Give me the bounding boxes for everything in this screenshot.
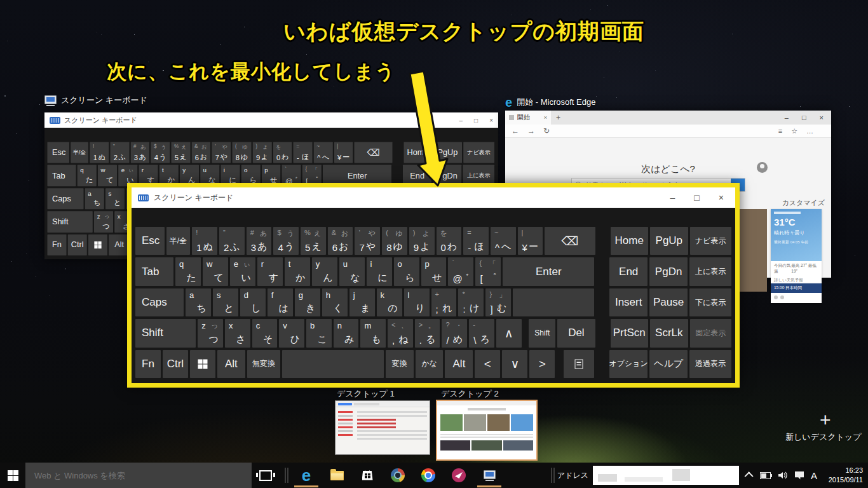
osk-window-front[interactable]: スクリーン キーボード – □ × Esc半/全!1ぬ”2ふ#あ3あ$う4う%え… (132, 187, 735, 383)
key-del[interactable]: Del (557, 319, 595, 347)
key-hankaku-zenkaku[interactable]: 半/全 (71, 142, 88, 163)
speaker-icon[interactable] (778, 471, 788, 480)
key-options[interactable]: オプション (609, 350, 648, 378)
key-shift-left[interactable]: Shift (135, 319, 196, 347)
key-p[interactable]: pせ (421, 257, 447, 285)
key-kana[interactable]: かな (416, 350, 444, 378)
key-ctrl[interactable]: Ctrl (68, 234, 87, 255)
key-shift-right[interactable]: Shift (529, 319, 555, 347)
taskbar-store-icon[interactable] (352, 463, 383, 488)
key-pause[interactable]: Pause (649, 288, 688, 316)
customize-link[interactable]: カスタマイズ (782, 198, 825, 208)
key-help[interactable]: ヘルプ (649, 350, 688, 378)
key-fn[interactable]: Fn (135, 350, 161, 378)
tab-close-icon[interactable]: × (544, 114, 547, 121)
key-hankaku-zenkaku[interactable]: 半/全 (166, 227, 191, 255)
edge-tab[interactable]: 開始 × (505, 111, 551, 125)
key-l[interactable]: lり (404, 288, 430, 316)
key-caps[interactable]: Caps (135, 288, 184, 316)
new-desktop-plus-icon[interactable]: + (820, 409, 831, 431)
close-button[interactable]: × (489, 117, 493, 124)
key-f[interactable]: fは (268, 288, 293, 316)
desktop2-label[interactable]: デスクトップ 2 (441, 388, 499, 400)
key-arrow-up[interactable]: ∧ (496, 319, 522, 347)
maximize-button[interactable]: □ (802, 114, 806, 121)
key-open-bracket[interactable]: {「[゜ (475, 257, 501, 285)
key-7[interactable]: ’や7や (355, 227, 380, 255)
key-backspace[interactable]: ⌫ (545, 227, 595, 255)
person-icon[interactable] (757, 162, 768, 173)
key-1[interactable]: !1ぬ (192, 227, 217, 255)
key-semicolon[interactable]: +;れ (431, 288, 457, 316)
weather-card[interactable]: 31°C 晴れ時々曇り 最終更新 04:05 午前 今日の気温 最高 27° 最… (771, 209, 822, 303)
key-backspace[interactable]: ⌫ (355, 142, 393, 163)
minimize-button[interactable]: – (459, 117, 463, 124)
key-esc[interactable]: Esc (135, 227, 165, 255)
key-windows[interactable] (88, 234, 107, 255)
key-a[interactable]: aち (85, 188, 104, 209)
key-nabi-hyouji[interactable]: ナビ表示 (463, 142, 494, 163)
new-desktop-label[interactable]: 新しいデスクトップ (785, 431, 861, 443)
key-q[interactable]: qた (175, 257, 201, 285)
key-4[interactable]: $う4う (273, 227, 299, 255)
taskbar-explorer-icon[interactable] (322, 463, 352, 488)
key-n[interactable]: nみ (334, 319, 359, 347)
key-5[interactable]: %え5え (301, 227, 326, 255)
key-yen[interactable]: |¥ー (518, 227, 543, 255)
key-2[interactable]: ”2ふ (111, 142, 130, 163)
ime-indicator[interactable]: A (811, 470, 817, 481)
key-h[interactable]: hく (322, 288, 348, 316)
minimize-button[interactable]: – (785, 114, 789, 121)
key-pgup[interactable]: PgUp (433, 142, 462, 163)
key-touka-hyouji[interactable]: 透過表示 (689, 350, 731, 378)
key-yen[interactable]: |¥ー (334, 142, 353, 163)
key-y[interactable]: yん (312, 257, 337, 285)
key-a[interactable]: aち (186, 288, 211, 316)
key-ue-ni-hyouji[interactable]: 上に表示 (689, 257, 731, 285)
new-tab-button[interactable]: + (556, 113, 560, 122)
taskbar-snagit-icon[interactable] (444, 463, 474, 488)
key-space[interactable] (282, 350, 384, 378)
maximize-button[interactable]: □ (474, 117, 478, 124)
key-k[interactable]: kの (377, 288, 402, 316)
key-prtscn[interactable]: PrtScn (611, 319, 649, 347)
key-kotei-hyouji[interactable]: 固定表示 (690, 319, 731, 347)
action-center-icon[interactable] (795, 471, 804, 480)
key-m[interactable]: mも (360, 319, 386, 347)
key-caret[interactable]: ~^へ (491, 227, 516, 255)
start-button[interactable] (0, 463, 25, 488)
taskbar-edge-icon[interactable]: e (291, 463, 322, 488)
key-caps[interactable]: Caps (48, 188, 84, 209)
key-shita-ni-hyouji[interactable]: 下に表示 (689, 288, 731, 316)
key-caret[interactable]: ~^へ (314, 142, 333, 163)
back-icon[interactable]: ← (512, 126, 519, 135)
tray-chevron-up-icon[interactable] (744, 471, 753, 480)
key-henkan[interactable]: 変換 (386, 350, 414, 378)
key-arrow-down[interactable]: ∨ (502, 350, 527, 378)
key-8[interactable]: (ゆ8ゆ (382, 227, 407, 255)
taskbar-chrome-icon[interactable] (413, 463, 444, 488)
key-pgdn[interactable]: PgDn (649, 257, 688, 285)
key-insert[interactable]: Insert (609, 288, 648, 316)
key-3[interactable]: #あ3あ (247, 227, 272, 255)
taskbar-search-box[interactable] (25, 463, 252, 488)
key-scrlk[interactable]: ScrLk (650, 319, 688, 347)
hub-icon[interactable]: ≡ (778, 127, 782, 135)
key-t[interactable]: tか (285, 257, 310, 285)
close-button[interactable]: × (820, 114, 824, 121)
key-2[interactable]: ”2ふ (219, 227, 245, 255)
key-e[interactable]: eぃい (230, 257, 255, 285)
key-enter[interactable]: Enter (503, 257, 594, 285)
key-menu[interactable] (564, 350, 594, 378)
key-shift-left[interactable]: Shift (48, 211, 93, 232)
taskbar-clock[interactable]: 16:23 2015/09/11 (824, 466, 863, 485)
key-w[interactable]: wて (98, 165, 117, 186)
key-tab[interactable]: Tab (48, 165, 76, 186)
forward-icon[interactable]: → (527, 126, 535, 135)
desktop1-thumbnail[interactable] (335, 400, 430, 455)
key-alt-left[interactable]: Alt (217, 350, 245, 378)
key-home[interactable]: Home (611, 227, 649, 255)
key-9[interactable]: )よ9よ (253, 142, 272, 163)
key-nabi-hyouji[interactable]: ナビ表示 (690, 227, 731, 255)
maximize-button[interactable]: □ (694, 193, 699, 203)
